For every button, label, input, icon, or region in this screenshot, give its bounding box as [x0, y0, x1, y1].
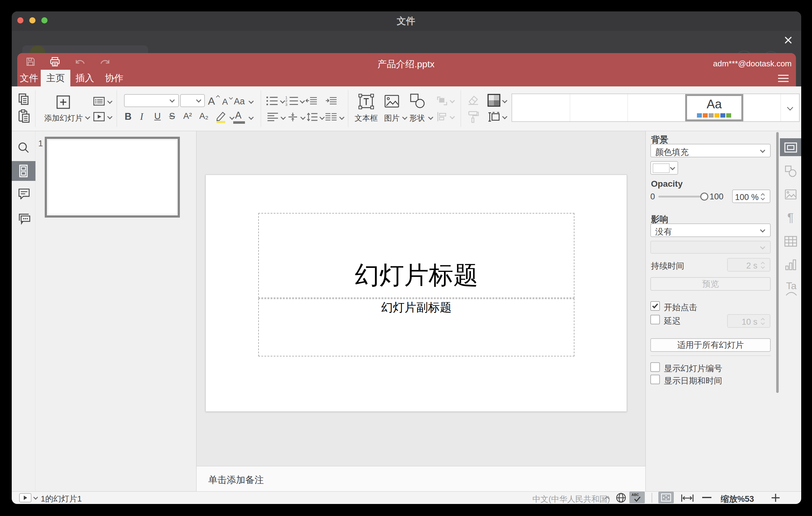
traffic-close-button[interactable] [17, 17, 24, 24]
theme-color-swatch [715, 113, 720, 118]
screen: 文件 产品介绍.pptx adm***@dootask.com 文件 主页 插入… [0, 0, 812, 516]
italic-button[interactable]: I [140, 111, 143, 122]
underline-button[interactable]: U [154, 111, 161, 121]
undo-button[interactable] [75, 59, 85, 67]
show-date-time-label: 显示日期和时间 [664, 375, 722, 386]
subscript-button[interactable]: A₂ [199, 111, 208, 121]
textbox-label: 文本框 [353, 113, 379, 123]
paste-button[interactable] [18, 109, 30, 123]
align-objects-button[interactable] [436, 112, 448, 122]
notes-area[interactable]: 单击添加备注 [197, 466, 645, 491]
font-size-select[interactable] [180, 94, 205, 107]
numbered-list-button[interactable]: 123 [285, 96, 299, 106]
redo-button[interactable] [100, 59, 110, 67]
start-on-click-label: 开始点击 [664, 302, 697, 313]
zoom-out-button[interactable] [702, 497, 712, 498]
search-icon[interactable] [17, 141, 30, 154]
insert-shape-label[interactable]: 形状 [405, 113, 430, 123]
save-button[interactable] [26, 57, 35, 66]
increase-font-button[interactable]: A [208, 95, 215, 107]
theme-item-blank-3[interactable] [628, 94, 685, 121]
theme-item-selected[interactable]: Aa [685, 94, 743, 121]
add-slide-button[interactable] [56, 95, 70, 109]
shape-settings-icon[interactable] [785, 165, 796, 177]
vertical-align-button[interactable] [287, 112, 299, 122]
paragraph-settings-icon[interactable]: ¶ [787, 211, 793, 224]
zoom-in-button[interactable] [771, 493, 781, 503]
add-slide-label[interactable]: 添加幻灯片 [41, 113, 86, 123]
toolbar-divider [348, 90, 348, 127]
fit-slide-button[interactable] [658, 492, 674, 503]
theme-item-blank-2[interactable] [570, 94, 628, 121]
slide-subtitle-placeholder[interactable]: 幻灯片副标题 [258, 298, 575, 356]
theme-item-blank-1[interactable] [512, 94, 570, 121]
background-fill-select[interactable]: 颜色填充 [650, 144, 771, 157]
line-spacing-button[interactable] [306, 112, 318, 122]
window-title: 文件 [360, 15, 452, 27]
print-button[interactable] [50, 57, 60, 67]
toolbar-divider [261, 90, 261, 127]
traffic-zoom-button[interactable] [41, 17, 48, 24]
textart-settings-icon[interactable]: Ta [786, 280, 796, 292]
font-color-button[interactable]: A [235, 110, 241, 121]
panel-divider [650, 355, 771, 356]
slide-size-button[interactable] [488, 111, 500, 123]
strikeout-button[interactable]: S [169, 111, 175, 121]
start-on-click-checkbox[interactable] [650, 301, 660, 311]
traffic-minimize-button[interactable] [29, 17, 35, 24]
show-date-time-checkbox[interactable] [650, 375, 660, 384]
clear-style-button[interactable] [467, 94, 480, 106]
effect-value: 没有 [655, 226, 672, 237]
tab-collaboration[interactable]: 协作 [99, 70, 129, 86]
arrange-button[interactable] [436, 96, 448, 106]
tab-insert[interactable]: 插入 [70, 70, 99, 86]
apply-to-all-button[interactable]: 适用于所有幻灯片 [650, 338, 771, 352]
change-case-button[interactable]: Aa [234, 96, 245, 107]
language-label[interactable]: 中文(中华人民共和国) [532, 494, 610, 504]
copy-button[interactable] [18, 93, 30, 106]
slide-title-placeholder[interactable]: 幻灯片标题 [258, 213, 575, 298]
increase-indent-button[interactable] [324, 96, 338, 106]
horizontal-align-button[interactable] [266, 112, 279, 122]
color-scheme-button[interactable] [488, 94, 500, 107]
slide-info: 1的幻灯片1 [41, 493, 82, 504]
opacity-slider-track[interactable] [658, 196, 704, 198]
opacity-spinner[interactable]: 100 % [732, 190, 770, 203]
insert-image-button[interactable] [384, 94, 399, 108]
bold-button[interactable]: B [125, 111, 132, 122]
columns-button[interactable] [324, 112, 338, 122]
delay-checkbox[interactable] [650, 315, 660, 324]
show-slide-number-checkbox[interactable] [650, 362, 660, 372]
opacity-slider-knob[interactable] [700, 193, 708, 201]
highlight-color-button[interactable] [214, 110, 227, 123]
effect-select[interactable]: 没有 [650, 224, 771, 237]
close-icon[interactable] [784, 35, 793, 45]
delay-value: 10 s [728, 317, 757, 327]
bullet-list-button[interactable] [266, 96, 278, 106]
textbox-button[interactable] [358, 94, 374, 109]
spellcheck-button[interactable]: ABC [629, 492, 645, 503]
start-slideshow-status-button[interactable] [19, 493, 31, 503]
tab-file[interactable]: 文件 [17, 70, 41, 86]
decrease-font-button[interactable]: A [222, 97, 228, 107]
insert-shape-button[interactable] [410, 93, 425, 109]
table-settings-icon[interactable] [784, 236, 797, 247]
copy-style-button[interactable] [468, 111, 480, 123]
theme-color-swatch [703, 113, 708, 118]
insert-image-label[interactable]: 图片 [379, 113, 404, 123]
hamburger-menu-icon[interactable] [778, 74, 789, 83]
image-settings-icon[interactable] [785, 189, 796, 200]
slide-layout-button[interactable] [93, 96, 105, 106]
start-slideshow-button[interactable] [93, 112, 105, 122]
tab-home[interactable]: 主页 [41, 70, 70, 86]
slide-thumbnail[interactable] [45, 137, 180, 218]
fit-width-button[interactable] [680, 494, 694, 503]
chat-icon[interactable] [18, 212, 31, 225]
panel-scrollbar[interactable] [776, 132, 779, 393]
comments-icon[interactable] [18, 188, 30, 200]
textart-curve-icon [785, 292, 797, 296]
chart-settings-icon[interactable] [785, 259, 796, 270]
document-language-icon[interactable] [616, 492, 626, 503]
decrease-indent-button[interactable] [305, 96, 318, 106]
superscript-button[interactable]: A² [183, 111, 192, 121]
